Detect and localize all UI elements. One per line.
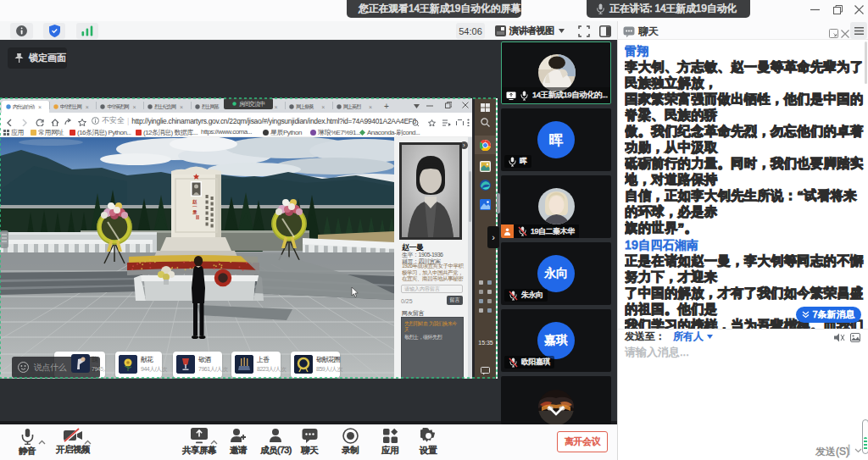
svg-text:曼: 曼 [192,209,198,215]
